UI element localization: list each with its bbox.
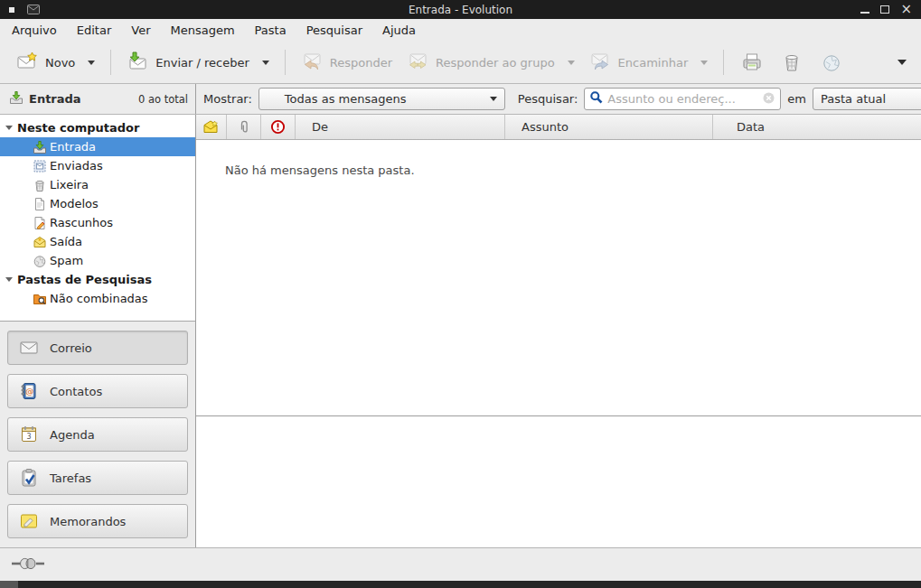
new-mail-icon <box>16 51 38 75</box>
close-button[interactable]: × <box>900 4 912 15</box>
menubar: Arquivo Editar Ver Mensagem Pasta Pesqui… <box>0 19 921 42</box>
reply-group-dropdown-arrow-icon[interactable] <box>568 61 575 65</box>
message-list[interactable]: Não há mensagens nesta pasta. <box>196 140 921 416</box>
online-status-button[interactable] <box>11 556 45 574</box>
sent-icon <box>33 159 47 173</box>
inbox-icon <box>33 140 47 154</box>
tree-group-label: Neste computador <box>17 121 139 135</box>
toolbar-overflow-arrow-icon[interactable] <box>898 60 907 65</box>
contacts-icon: @ <box>19 381 39 401</box>
reply-button[interactable]: Responder <box>294 45 399 80</box>
switcher-contatos[interactable]: @ Contatos <box>7 374 188 408</box>
junk-button[interactable] <box>812 45 851 79</box>
folder-lixeira[interactable]: Lixeira <box>0 175 195 194</box>
priority-icon <box>270 119 286 135</box>
show-filter-combo[interactable]: Todas as mensagens <box>258 88 505 110</box>
print-button[interactable] <box>732 45 772 79</box>
menu-editar[interactable]: Editar <box>67 21 122 40</box>
show-label: Mostrar: <box>203 92 252 106</box>
expander-icon[interactable] <box>5 277 13 282</box>
expander-icon[interactable] <box>5 126 13 130</box>
menu-ajuda[interactable]: Ajuda <box>372 21 426 40</box>
folder-spam[interactable]: Spam <box>0 251 195 270</box>
send-receive-button[interactable]: Enviar / receber <box>119 45 277 80</box>
evolution-window: Entrada - Evolution × Arquivo Editar Ver… <box>0 0 921 588</box>
junk-icon <box>820 51 843 74</box>
new-button-label: Novo <box>45 56 75 70</box>
mail-icon <box>19 338 39 358</box>
folder-label: Modelos <box>50 197 99 210</box>
sidebar: Neste computador Entrada Enviadas Lixeir… <box>0 115 196 547</box>
column-subject[interactable]: Assunto <box>505 115 713 139</box>
send-receive-label: Enviar / receber <box>155 56 249 70</box>
outbox-icon <box>33 235 47 249</box>
toolbar-separator <box>723 50 724 75</box>
search-icon <box>589 90 604 107</box>
search-box <box>584 88 781 110</box>
column-date[interactable]: Data <box>713 115 921 139</box>
folder-enviadas[interactable]: Enviadas <box>0 156 195 175</box>
minimize-button[interactable] <box>860 12 869 14</box>
reply-button-label: Responder <box>330 56 392 70</box>
column-priority[interactable] <box>261 115 296 139</box>
menu-pasta[interactable]: Pasta <box>245 21 296 40</box>
folder-label: Spam <box>50 254 83 267</box>
tree-group-this-computer[interactable]: Neste computador <box>0 118 195 137</box>
toolbar: Novo Enviar / receber Responder Responde… <box>0 42 921 84</box>
column-from[interactable]: De <box>296 115 505 139</box>
search-scope-combo[interactable]: Pasta atual <box>813 88 921 110</box>
desktop-taskbar-edge <box>0 581 921 588</box>
forward-button-label: Encaminhar <box>618 56 689 70</box>
send-receive-dropdown-arrow-icon[interactable] <box>262 61 269 65</box>
show-filter-value: Todas as mensagens <box>285 92 407 106</box>
scope-in-label: em <box>787 92 806 106</box>
folder-label: Rascunhos <box>50 216 113 229</box>
toolbar-separator <box>110 50 111 75</box>
message-status-icon <box>203 120 219 134</box>
delete-button[interactable] <box>772 45 812 79</box>
window-title: Entrada - Evolution <box>0 4 921 16</box>
switcher-correio[interactable]: Correio <box>7 331 188 365</box>
column-attachment[interactable] <box>227 115 261 139</box>
switcher-agenda[interactable]: 3 Agenda <box>7 417 188 452</box>
folder-label: Saída <box>50 235 82 248</box>
forward-dropdown-arrow-icon[interactable] <box>700 61 708 65</box>
folder-rascunhos[interactable]: Rascunhos <box>0 213 195 232</box>
view-switcher: Correio @ Contatos 3 Agenda Tarefas Memo… <box>0 322 195 547</box>
filterbar: Entrada 0 ao total Mostrar: Todas as men… <box>0 84 921 115</box>
titlebar: Entrada - Evolution × <box>0 0 921 19</box>
folder-entrada[interactable]: Entrada <box>0 137 195 156</box>
message-pane: De Assunto Data Não há mensagens nesta p… <box>196 115 921 547</box>
menu-pesquisar[interactable]: Pesquisar <box>296 21 372 40</box>
menu-arquivo[interactable]: Arquivo <box>2 21 67 40</box>
printer-icon <box>740 51 764 74</box>
folder-saida[interactable]: Saída <box>0 232 195 251</box>
menu-ver[interactable]: Ver <box>121 21 160 40</box>
send-receive-icon <box>127 51 148 75</box>
switcher-tarefas[interactable]: Tarefas <box>7 461 188 495</box>
window-menu-icon[interactable] <box>9 7 14 13</box>
show-filter-arrow-icon <box>490 97 497 101</box>
preview-pane[interactable] <box>196 416 921 547</box>
spam-icon <box>33 254 47 268</box>
tree-group-label: Pastas de Pesquisas <box>17 273 152 286</box>
folder-label: Lixeira <box>50 178 89 191</box>
tree-group-search-folders[interactable]: Pastas de Pesquisas <box>0 270 195 289</box>
column-status[interactable] <box>196 115 227 139</box>
reply-group-button[interactable]: Responder ao grupo <box>399 45 582 80</box>
reply-group-icon <box>407 51 428 75</box>
search-input[interactable] <box>607 92 758 106</box>
switcher-memorandos[interactable]: Memorandos <box>7 504 188 538</box>
reply-icon <box>301 51 323 75</box>
forward-button[interactable]: Encaminhar <box>582 45 716 80</box>
folder-nao-combinadas[interactable]: Não combinadas <box>0 289 195 308</box>
tasks-icon <box>19 468 39 488</box>
new-dropdown-arrow-icon[interactable] <box>88 61 95 65</box>
clear-search-icon[interactable] <box>762 91 775 107</box>
new-button[interactable]: Novo <box>9 45 102 80</box>
folder-modelos[interactable]: Modelos <box>0 194 195 213</box>
menu-mensagem[interactable]: Mensagem <box>161 21 245 40</box>
switcher-label: Memorandos <box>50 515 126 528</box>
inbox-icon <box>9 90 23 107</box>
maximize-button[interactable] <box>880 5 889 14</box>
